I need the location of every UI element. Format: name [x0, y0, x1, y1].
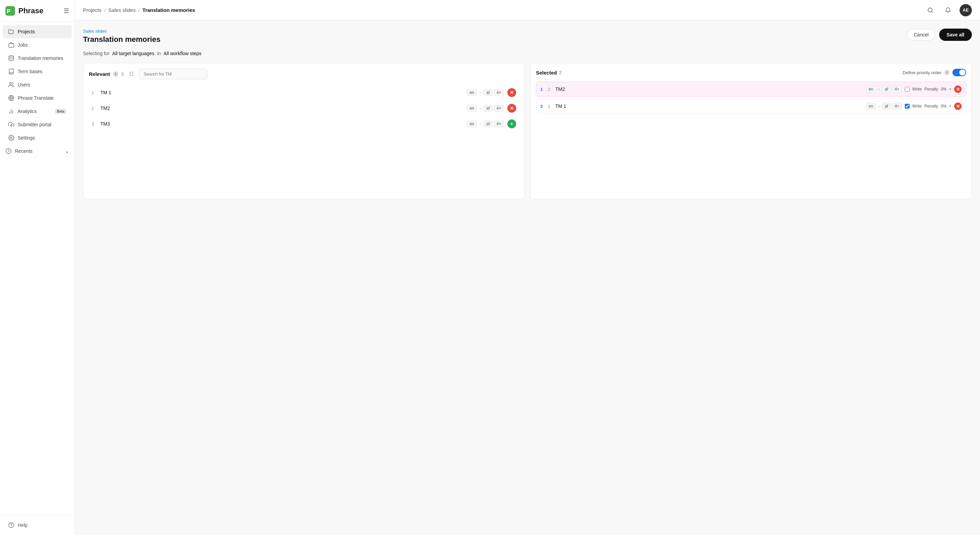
save-button[interactable]: Save all [939, 29, 972, 41]
breadcrumb-sep-1: / [104, 7, 105, 13]
bell-icon [945, 7, 951, 13]
sidebar-item-analytics-label: Analytics [18, 108, 37, 114]
book-icon [8, 68, 14, 75]
svg-point-4 [10, 82, 11, 84]
selected-tm-row-2-remove-button[interactable]: ✕ [954, 102, 962, 110]
database-icon [8, 55, 14, 61]
selected-tm-row-1-tags: en → af 4+ [866, 86, 902, 92]
sidebar-item-jobs[interactable]: Jobs [3, 38, 72, 51]
selected-tm-row-2-name: TM 1 [555, 103, 863, 109]
selected-tm-row-1-remove-button[interactable]: ✕ [954, 85, 962, 93]
tm-row-2-tags: en → af 4+ [467, 105, 504, 111]
tm-row-3-lang-to: af [484, 121, 492, 127]
phrase-logo-icon: P [5, 6, 15, 16]
write-checkbox-1[interactable] [905, 87, 910, 92]
sel-tm-row-2-lang-from: en [866, 103, 876, 110]
penalty-value-2: 0% [941, 104, 947, 108]
bar-chart-icon [8, 108, 14, 115]
sidebar-item-users[interactable]: Users [3, 78, 72, 91]
right-panel: Selected 2 Define priority order i 1 2 T… [530, 63, 972, 199]
write-checkbox-2[interactable] [905, 104, 910, 108]
tm-row-2-remove-button[interactable]: ✕ [508, 104, 516, 113]
target-languages-value[interactable]: All target languages [112, 51, 154, 56]
priority-toggle-area: Define priority order i [903, 69, 966, 76]
sidebar-item-analytics[interactable]: Analytics Beta [3, 105, 72, 118]
define-priority-label: Define priority order [903, 70, 942, 75]
breadcrumb-sep-2: / [138, 7, 140, 13]
right-panel-title: Selected [536, 70, 557, 76]
tm-row-2: 2 TM2 en → af 4+ ✕ [89, 100, 519, 116]
selected-tm-row-1-name: TM2 [555, 86, 863, 92]
chevron-down-icon: ⌄ [65, 148, 69, 154]
sidebar-item-translation-memories[interactable]: Translation memories [3, 52, 72, 65]
penalty-label-1: Penalty [924, 87, 938, 92]
page-header-left: Sales slides Translation memories [83, 29, 160, 44]
filter-icon[interactable]: ☷ [129, 71, 134, 77]
svg-rect-2 [9, 43, 14, 47]
sel-tm-row-2-tag: 4+ [892, 103, 902, 110]
search-button[interactable] [924, 4, 937, 16]
sidebar-item-jobs-label: Jobs [18, 42, 28, 48]
penalty-value-1: 0% [941, 87, 947, 92]
sidebar-item-phrase-translate[interactable]: Phrase Translate [3, 92, 72, 105]
header: Projects / Sales slides / Translation me… [75, 0, 980, 21]
arrow-icon-2: → [478, 106, 482, 111]
header-actions: AE [924, 4, 972, 16]
right-panel-header: Selected 2 Define priority order i [536, 69, 966, 76]
left-panel-title: Relevant [89, 71, 110, 77]
clock-icon [5, 148, 11, 154]
search-input[interactable] [139, 69, 207, 79]
tm-row-2-tag: 4+ [494, 105, 504, 111]
sidebar-item-term-bases[interactable]: Term bases [3, 65, 72, 78]
page-subtitle[interactable]: Sales slides [83, 29, 160, 34]
sidebar-item-phrase-translate-label: Phrase Translate [18, 95, 54, 101]
briefcase-icon [8, 42, 14, 48]
workflow-steps-value[interactable]: All workflow steps [164, 51, 202, 56]
sel-arrow-1: → [877, 87, 881, 92]
breadcrumb-projects[interactable]: Projects [83, 7, 102, 13]
info-icon[interactable]: i [113, 72, 118, 77]
sidebar-item-users-label: Users [18, 82, 30, 88]
folder-icon [8, 29, 14, 35]
svg-text:P: P [7, 8, 11, 14]
write-label-1: Write [912, 87, 922, 92]
sidebar-item-settings[interactable]: Settings [3, 131, 72, 144]
sidebar-item-help[interactable]: Help [5, 519, 69, 531]
left-panel: Relevant i 3 ☷ 1 TM 1 en → af 4+ [83, 63, 525, 199]
selecting-for-label: Selecting for [83, 51, 110, 56]
sidebar-item-settings-label: Settings [18, 135, 35, 140]
penalty-dropdown-2[interactable]: ▾ [950, 104, 951, 108]
sidebar-item-submitter-portal[interactable]: Submitter portal [3, 118, 72, 131]
sel-tm-row-1-lang-from: en [866, 86, 876, 92]
sel-tm-row-1-lang-to: af [882, 86, 891, 92]
sidebar-recents-label: Recents [15, 148, 32, 154]
penalty-dropdown-1[interactable]: ▾ [950, 87, 951, 92]
breadcrumb: Projects / Sales slides / Translation me… [83, 7, 924, 13]
menu-toggle[interactable]: ☰ [64, 7, 69, 14]
tm-row-3-num: 3 [92, 121, 97, 127]
tm-row-2-lang-to: af [484, 105, 492, 111]
tm-row-2-name: TM2 [100, 105, 463, 111]
notification-button[interactable] [942, 4, 954, 16]
panels: Relevant i 3 ☷ 1 TM 1 en → af 4+ [83, 63, 972, 199]
upload-icon [8, 121, 14, 127]
sidebar-item-projects[interactable]: Projects [3, 25, 72, 38]
priority-info-icon[interactable]: i [944, 70, 950, 75]
page-header: Sales slides Translation memories Cancel… [83, 29, 972, 44]
arrow-icon-1: → [478, 90, 482, 95]
breadcrumb-sales-slides[interactable]: Sales slides [108, 7, 135, 13]
priority-toggle[interactable] [953, 69, 966, 76]
sidebar-item-submitter-portal-label: Submitter portal [18, 122, 51, 127]
sidebar-recents[interactable]: Recents ⌄ [0, 145, 75, 158]
help-icon [8, 522, 14, 528]
page-title: Translation memories [83, 35, 160, 44]
sel-arrow-2: → [877, 104, 881, 108]
tm-row-3-add-button[interactable]: + [508, 119, 516, 128]
avatar[interactable]: AE [959, 4, 972, 16]
tm-row-3-lang-from: en [467, 121, 477, 127]
tm-row-1-remove-button[interactable]: ✕ [508, 88, 516, 97]
cancel-button[interactable]: Cancel [907, 29, 935, 40]
globe-icon [8, 95, 14, 101]
selected-tm-row-1: 1 2 TM2 en → af 4+ Write Penalty 0% ▾ ✕ [536, 82, 966, 97]
tm-row-3: 3 TM3 en → af 4+ + [89, 116, 519, 132]
